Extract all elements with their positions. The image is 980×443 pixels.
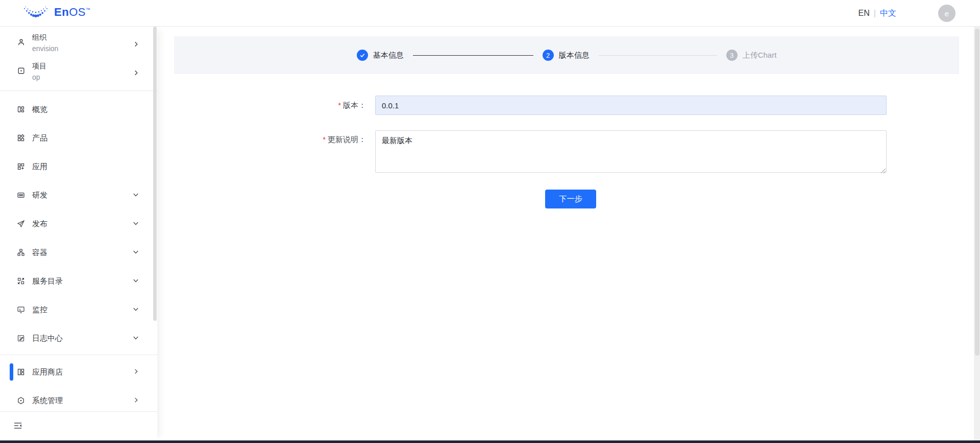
version-input[interactable] <box>375 96 887 115</box>
required-mark: * <box>323 135 326 144</box>
language-switcher: EN | 中文 <box>859 0 896 27</box>
sidebar-item-products[interactable]: 产品 <box>0 124 157 152</box>
service-catalog-icon <box>17 277 25 285</box>
update-notes-label: *更新说明： <box>157 134 366 145</box>
step-number-badge: 3 <box>726 50 738 61</box>
step-version-info[interactable]: 2 版本信息 <box>543 50 590 61</box>
container-icon <box>17 248 25 257</box>
overview-icon <box>17 105 25 113</box>
chevron-right-icon <box>133 70 139 76</box>
sidebar-divider <box>0 90 157 91</box>
sidebar-menu: 概览 产品 应用 <box>0 95 157 415</box>
log-center-icon <box>17 334 25 342</box>
sidebar-item-applications[interactable]: 应用 <box>0 152 157 181</box>
project-label: 项目 <box>32 60 46 72</box>
lang-en[interactable]: EN <box>859 9 870 18</box>
active-indicator <box>10 363 13 381</box>
sidebar-item-service-catalog[interactable]: 服务目录 <box>0 267 157 295</box>
sidebar-org-switcher[interactable]: 组织 envision <box>0 31 157 55</box>
enos-logo[interactable]: EnOS™ <box>22 4 90 20</box>
sidebar-item-app-store[interactable]: 应用商店 <box>0 358 157 386</box>
step-upload-chart[interactable]: 3 上传Chart <box>726 50 777 61</box>
products-icon <box>17 134 25 142</box>
step-basic-info[interactable]: 基本信息 <box>357 50 404 61</box>
sidebar-item-system-management[interactable]: 系统管理 <box>0 386 157 415</box>
chevron-down-icon <box>133 277 139 284</box>
release-icon <box>17 220 25 228</box>
step-done-check-icon <box>357 50 368 61</box>
top-header: EnOS™ EN | 中文 e <box>0 0 980 27</box>
sidebar-item-container[interactable]: 容器 <box>0 238 157 267</box>
monitoring-icon <box>17 306 25 314</box>
sidebar-item-monitoring[interactable]: 监控 <box>0 295 157 324</box>
sidebar-project-switcher[interactable]: 项目 op <box>0 59 157 84</box>
sidebar-item-rnd[interactable]: 研发 <box>0 181 157 209</box>
step-connector-pending <box>599 55 717 56</box>
sidebar-item-release[interactable]: 发布 <box>0 209 157 238</box>
chevron-down-icon <box>133 335 139 341</box>
step-connector-done <box>413 55 533 56</box>
sidebar-scrollbar-thumb[interactable] <box>153 27 157 321</box>
organization-icon <box>17 38 26 46</box>
sidebar-footer <box>0 411 157 440</box>
rnd-icon <box>17 191 25 199</box>
next-step-button[interactable]: 下一步 <box>545 190 596 208</box>
chevron-down-icon <box>133 192 139 198</box>
user-avatar[interactable]: e <box>938 5 955 22</box>
chevron-right-icon <box>133 397 139 403</box>
chevron-down-icon <box>133 220 139 226</box>
collapse-sidebar-icon[interactable] <box>13 421 22 432</box>
applications-icon <box>17 162 25 171</box>
sidebar: 组织 envision 项目 op 概览 <box>0 27 157 440</box>
chevron-down-icon <box>133 249 139 255</box>
chevron-right-icon <box>133 368 139 375</box>
enos-crescent-icon <box>22 4 50 20</box>
chevron-down-icon <box>133 306 139 312</box>
sidebar-item-log-center[interactable]: 日志中心 <box>0 324 157 353</box>
project-value: op <box>32 72 46 83</box>
sidebar-divider <box>0 355 157 355</box>
bottom-edge-strip <box>0 440 980 443</box>
org-label: 组织 <box>32 32 58 43</box>
project-icon <box>17 66 26 75</box>
org-value: envision <box>32 43 58 54</box>
step-number-badge: 2 <box>543 50 554 61</box>
system-management-icon <box>17 397 25 405</box>
version-label: *版本： <box>157 96 366 115</box>
page-scrollbar-track[interactable] <box>974 27 980 440</box>
update-notes-textarea[interactable]: 最新版本 <box>375 130 887 173</box>
required-mark: * <box>338 101 341 109</box>
sidebar-item-overview[interactable]: 概览 <box>0 95 157 124</box>
enos-logo-text: EnOS™ <box>54 6 90 19</box>
wizard-stepper: 基本信息 2 版本信息 3 上传Chart <box>174 36 959 74</box>
lang-separator: | <box>874 9 876 18</box>
main-content: 基本信息 2 版本信息 3 上传Chart *版本： *更新说明： 最新版本 下… <box>157 27 980 443</box>
chevron-right-icon <box>133 41 139 47</box>
page-scrollbar-thumb[interactable] <box>975 29 979 356</box>
lang-zh[interactable]: 中文 <box>880 8 896 19</box>
app-store-icon <box>17 368 25 376</box>
